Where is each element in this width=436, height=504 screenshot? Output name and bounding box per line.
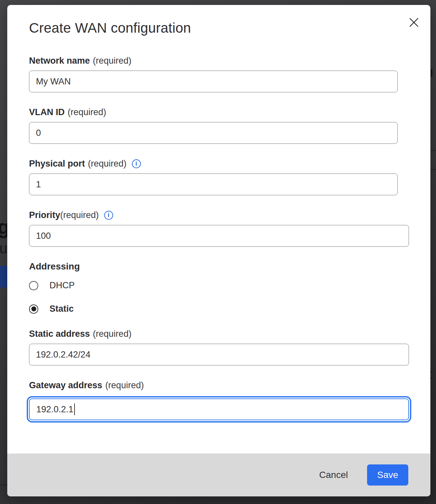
label-text: Gateway address	[29, 380, 102, 391]
save-button[interactable]: Save	[367, 464, 408, 486]
physical-port-label: Physical port (required) i	[29, 158, 430, 169]
info-icon[interactable]: i	[104, 211, 113, 220]
background-button-fragment	[0, 266, 7, 288]
vlan-id-input[interactable]: 0	[29, 122, 398, 144]
cancel-button[interactable]: Cancel	[317, 466, 350, 484]
background-divider-fragment	[430, 169, 436, 170]
radio-label: DHCP	[49, 280, 75, 291]
label-text: Static address	[29, 329, 90, 339]
background-divider-fragment	[0, 485, 8, 486]
background-text-fragment: u	[0, 240, 7, 257]
text-cursor	[74, 403, 75, 415]
priority-label: Priority (required) i	[29, 210, 430, 220]
background-divider-fragment	[430, 150, 436, 151]
addressing-heading: Addressing	[29, 261, 430, 272]
static-address-input[interactable]: 192.0.2.42/24	[29, 344, 409, 365]
dialog-footer: Cancel Save	[7, 454, 430, 496]
radio-static[interactable]: Static	[29, 304, 74, 314]
info-icon[interactable]: i	[132, 159, 141, 168]
gateway-address-input[interactable]: 192.0.2.1	[29, 398, 409, 420]
radio-circle-icon	[29, 304, 38, 314]
radio-dot-icon	[31, 306, 36, 311]
required-text: (required)	[93, 329, 132, 339]
vlan-id-label: VLAN ID (required)	[29, 107, 430, 117]
required-text: (required)	[88, 158, 127, 169]
label-text: Network name	[29, 55, 90, 66]
close-button[interactable]	[408, 16, 420, 29]
radio-circle-icon	[29, 281, 38, 290]
label-text: VLAN ID	[29, 107, 65, 117]
network-name-input[interactable]: My WAN	[29, 71, 398, 92]
close-icon	[409, 17, 419, 27]
input-value: 192.0.2.1	[36, 404, 74, 415]
network-name-label: Network name (required)	[29, 55, 430, 66]
gateway-address-label: Gateway address (required)	[29, 380, 430, 391]
physical-port-input[interactable]: 1	[29, 173, 398, 195]
required-text: (required)	[68, 107, 106, 117]
label-text: Physical port	[29, 158, 85, 169]
input-value: My WAN	[36, 77, 71, 87]
input-value: 100	[36, 231, 51, 241]
input-value: 0	[36, 128, 41, 138]
modal-overlay: g u t l t Create WAN configuration Netwo…	[0, 0, 436, 504]
required-text: (required)	[93, 55, 132, 66]
radio-dhcp[interactable]: DHCP	[29, 280, 75, 291]
dialog-title: Create WAN configuration	[29, 20, 430, 36]
input-value: 192.0.2.42/24	[36, 350, 90, 360]
radio-label: Static	[49, 304, 74, 314]
static-address-label: Static address (required)	[29, 329, 430, 339]
create-wan-dialog: Create WAN configuration Network name (r…	[7, 5, 430, 496]
required-text: (required)	[60, 210, 99, 220]
priority-input[interactable]: 100	[29, 225, 409, 247]
required-text: (required)	[105, 380, 144, 391]
input-value: 1	[36, 179, 41, 190]
label-text: Priority	[29, 210, 60, 220]
